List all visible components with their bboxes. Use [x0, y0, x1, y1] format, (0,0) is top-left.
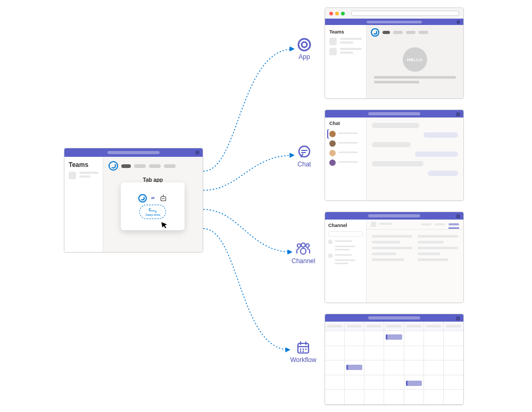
avatar: [329, 159, 336, 166]
chat-icon: [297, 145, 312, 159]
svg-point-20: [300, 351, 302, 352]
sidebar-item: [329, 38, 362, 45]
app-target-icon: [297, 37, 312, 52]
channel-header: [367, 220, 463, 230]
calendar-event: [346, 365, 362, 370]
destination-workflow-label: Workflow: [289, 340, 317, 364]
app-logo-icon: [138, 194, 147, 203]
chat-message: [372, 123, 419, 128]
connector-to-workflow: [203, 229, 289, 350]
chat-list-item: [327, 148, 364, 158]
titlebar-search-placeholder: [107, 151, 160, 154]
destination-channel-label: Channel: [292, 241, 315, 265]
app-logo-icon: [371, 28, 379, 37]
destination-app-label: App: [296, 37, 313, 61]
svg-point-5: [302, 42, 307, 47]
svg-point-17: [300, 349, 302, 350]
sidebar-item: [329, 48, 362, 55]
calendar-grid: [325, 322, 463, 405]
tab-pill: [406, 31, 415, 34]
tab-surface: Tab app ⇄ Deep links: [103, 157, 203, 253]
chat-list-item: [327, 129, 364, 139]
avatar: [329, 131, 336, 137]
cursor-icon: [160, 220, 170, 230]
svg-point-11: [306, 244, 309, 247]
window-titlebar: [325, 19, 463, 25]
svg-point-10: [301, 243, 305, 247]
tab-pill: [383, 31, 390, 34]
traffic-light-icons: [329, 12, 345, 15]
chat-message: [423, 132, 458, 138]
deep-link-chip[interactable]: Deep links: [139, 205, 166, 219]
destination-caption: Chat: [296, 161, 313, 168]
window-titlebar: [325, 212, 463, 220]
chat-message: [415, 152, 458, 157]
tab-pill: [419, 31, 428, 34]
svg-rect-0: [161, 196, 165, 200]
svg-point-4: [298, 39, 310, 51]
app-sidebar: Teams: [325, 25, 367, 98]
active-tab: [448, 223, 459, 225]
teams-sidebar: Teams: [64, 157, 103, 253]
svg-point-1: [162, 198, 163, 199]
destination-caption: App: [296, 53, 313, 61]
svg-point-21: [303, 351, 304, 352]
connector-to-chat: [203, 155, 294, 190]
tab-pill: [164, 164, 176, 168]
destination-caption: Workflow: [289, 356, 317, 364]
svg-point-18: [303, 349, 304, 350]
hello-avatar: HELLO: [403, 47, 427, 72]
svg-rect-12: [301, 248, 306, 254]
app-content-pane: HELLO: [367, 25, 463, 98]
address-bar: [351, 11, 459, 16]
people-team-icon: [294, 241, 312, 256]
sidebar-header: Teams: [69, 161, 98, 169]
chat-sidebar: Chat: [325, 117, 367, 200]
connector-to-channel: [203, 209, 292, 252]
svg-point-9: [297, 244, 301, 247]
svg-point-3: [163, 195, 164, 196]
team-group: [328, 254, 363, 264]
window-titlebar: [64, 148, 203, 157]
tab-pill: [149, 164, 161, 168]
source-teams-window: Teams Tab app ⇄: [64, 148, 203, 253]
chat-message: [428, 171, 458, 176]
link-icon: [149, 207, 156, 213]
tab-pill: [134, 164, 146, 168]
chat-message: [372, 161, 423, 166]
bot-icon: [159, 194, 168, 203]
deep-link-label: Deep links: [145, 213, 160, 216]
svg-point-6: [299, 146, 310, 157]
channel-tabs: [103, 157, 203, 175]
avatar: [329, 140, 336, 147]
bidirectional-arrow-icon: ⇄: [151, 196, 155, 200]
app-logo-icon: [109, 161, 118, 171]
calendar-event: [386, 334, 402, 340]
content-column: [418, 235, 458, 264]
tab-pill: [393, 31, 403, 34]
channel-sidebar: Channel: [325, 220, 367, 302]
destination-caption: Channel: [292, 257, 315, 265]
sidebar-item: [69, 172, 98, 179]
avatar: [329, 150, 336, 156]
browser-chrome: [325, 8, 463, 19]
window-avatar-dot: [195, 150, 200, 155]
chat-list-item: [327, 158, 364, 167]
svg-point-2: [163, 198, 164, 199]
tab-pill: [121, 164, 131, 168]
window-titlebar: [325, 110, 463, 117]
calendar-event: [406, 381, 422, 386]
workflow-target-window: [325, 314, 464, 405]
chat-message: [372, 142, 411, 147]
sidebar-header: Channel: [328, 223, 363, 228]
sidebar-header: Teams: [329, 29, 362, 35]
destination-chat-label: Chat: [296, 145, 313, 168]
window-titlebar: [325, 314, 463, 322]
channel-target-window: Channel: [325, 212, 464, 303]
chat-thread: [367, 117, 463, 200]
channel-content: [367, 220, 463, 302]
chat-list-item: [327, 139, 364, 148]
sidebar-search: [328, 231, 363, 237]
team-group: [328, 240, 363, 250]
deep-link-card: ⇄ Deep links: [121, 182, 185, 230]
